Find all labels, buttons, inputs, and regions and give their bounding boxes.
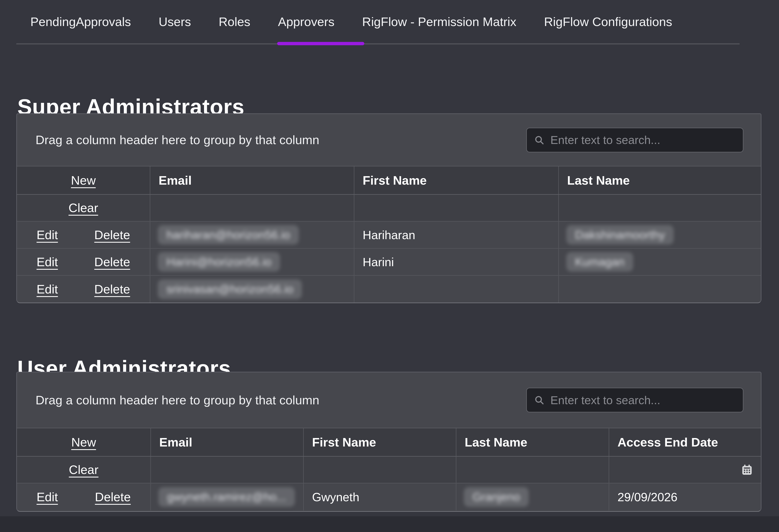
search-icon <box>534 395 545 405</box>
column-header-last-name[interactable]: Last Name <box>456 428 609 456</box>
cell-first-name: Hariharan <box>354 222 558 248</box>
clear-button[interactable]: Clear <box>69 201 98 215</box>
cell-last-name <box>558 276 761 303</box>
search-box[interactable] <box>526 388 743 412</box>
group-panel[interactable]: Drag a column header here to group by th… <box>17 114 761 167</box>
cell-last-name: Dakshinamoorthy <box>558 222 761 248</box>
filter-row: Clear <box>17 457 761 483</box>
cell-email: srinivasan@horizon56.io <box>150 276 354 303</box>
active-tab-indicator <box>277 42 364 45</box>
search-box[interactable] <box>526 128 743 153</box>
tab-users[interactable]: Users <box>159 15 191 29</box>
super-administrators-grid: Drag a column header here to group by th… <box>16 113 762 303</box>
column-header-email[interactable]: Email <box>151 428 303 456</box>
user-administrators-grid: Drag a column header here to group by th… <box>16 372 762 512</box>
cell-first-name <box>354 276 558 303</box>
row-command-cell: Edit Delete <box>17 222 150 248</box>
cell-email: gwyneth.ramirez@ho... <box>151 483 303 511</box>
cell-access-end-date: 29/09/2026 <box>609 483 761 511</box>
filter-cell-last-name[interactable] <box>558 195 761 221</box>
cell-last-name: Granjeno <box>456 483 609 511</box>
filter-command-cell: Clear <box>17 195 150 221</box>
column-header-email[interactable]: Email <box>150 167 354 194</box>
cell-first-name: Gwyneth <box>303 483 456 511</box>
bottom-band <box>0 516 779 532</box>
filter-cell-email[interactable] <box>151 457 303 483</box>
header-row: New Email First Name Last Name Access En… <box>17 428 761 457</box>
group-hint: Drag a column header here to group by th… <box>36 393 319 407</box>
filter-cell-last-name[interactable] <box>456 457 609 483</box>
group-panel[interactable]: Drag a column header here to group by th… <box>17 372 761 428</box>
tab-approvers[interactable]: Approvers <box>278 15 334 29</box>
table-row[interactable]: Edit Delete srinivasan@horizon56.io <box>17 276 761 303</box>
filter-cell-access-end-date[interactable] <box>609 457 761 483</box>
table-row[interactable]: Edit Delete Harini@horizon56.io Harini K… <box>17 249 761 276</box>
new-button[interactable]: New <box>71 173 96 187</box>
table-row[interactable]: Edit Delete hariharan@horizon56.io Harih… <box>17 222 761 249</box>
header-row: New Email First Name Last Name <box>17 167 761 195</box>
cell-last-name: Kumagan <box>558 249 761 275</box>
row-command-cell: Edit Delete <box>17 276 150 303</box>
search-input[interactable] <box>550 393 736 407</box>
new-button[interactable]: New <box>71 435 96 450</box>
filter-cell-email[interactable] <box>150 195 354 221</box>
command-column-header: New <box>17 167 150 194</box>
clear-button[interactable]: Clear <box>69 463 98 477</box>
row-command-cell: Edit Delete <box>17 483 151 511</box>
column-header-first-name[interactable]: First Name <box>303 428 456 456</box>
column-header-access-end-date[interactable]: Access End Date <box>609 428 761 456</box>
column-header-last-name[interactable]: Last Name <box>558 167 761 194</box>
cell-email: hariharan@horizon56.io <box>150 222 354 248</box>
column-header-first-name[interactable]: First Name <box>354 167 558 194</box>
command-column-header: New <box>17 428 151 456</box>
search-input[interactable] <box>550 133 736 147</box>
tab-pending-approvals[interactable]: PendingApprovals <box>31 15 131 29</box>
tab-rigflow-configurations[interactable]: RigFlow Configurations <box>544 15 672 29</box>
row-command-cell: Edit Delete <box>17 249 150 275</box>
delete-button[interactable]: Delete <box>95 490 131 504</box>
delete-button[interactable]: Delete <box>95 282 130 296</box>
filter-cell-first-name[interactable] <box>354 195 558 221</box>
group-hint: Drag a column header here to group by th… <box>36 133 319 147</box>
edit-button[interactable]: Edit <box>37 228 58 242</box>
edit-button[interactable]: Edit <box>37 255 58 269</box>
calendar-icon[interactable] <box>741 464 753 476</box>
search-icon <box>534 135 545 145</box>
filter-cell-first-name[interactable] <box>303 457 456 483</box>
cell-first-name: Harini <box>354 249 558 275</box>
delete-button[interactable]: Delete <box>95 255 130 269</box>
filter-command-cell: Clear <box>17 457 151 483</box>
edit-button[interactable]: Edit <box>37 282 58 296</box>
delete-button[interactable]: Delete <box>95 228 130 242</box>
filter-row: Clear <box>17 195 761 222</box>
cell-email: Harini@horizon56.io <box>150 249 354 275</box>
edit-button[interactable]: Edit <box>37 490 58 504</box>
tab-roles[interactable]: Roles <box>219 15 250 29</box>
tab-rigflow-permission-matrix[interactable]: RigFlow - Permission Matrix <box>362 15 517 29</box>
tab-bar: PendingApprovals Users Roles Approvers R… <box>16 0 739 44</box>
table-row[interactable]: Edit Delete gwyneth.ramirez@ho... Gwynet… <box>17 483 761 511</box>
